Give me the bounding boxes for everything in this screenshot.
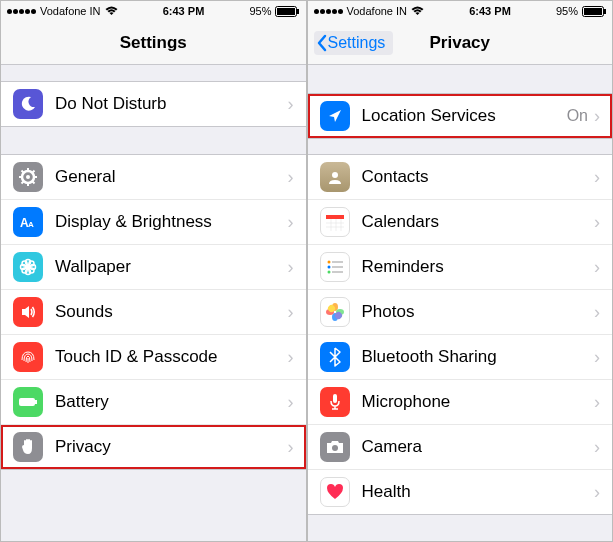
speaker-icon [13,297,43,327]
row-bluetooth[interactable]: Bluetooth Sharing › [308,334,613,380]
row-battery[interactable]: Battery › [1,379,306,425]
svg-rect-27 [584,8,602,15]
status-bar: Vodafone IN 6:43 PM 95% [308,1,613,21]
microphone-icon [320,387,350,417]
status-bar: Vodafone IN 6:43 PM 95% [1,1,306,21]
chevron-icon: › [288,392,294,413]
photos-icon [320,297,350,327]
svg-point-41 [327,271,330,274]
chevron-icon: › [594,212,600,233]
back-button[interactable]: Settings [314,31,394,55]
row-label: Bluetooth Sharing [362,347,595,367]
row-display-brightness[interactable]: AA Display & Brightness › [1,199,306,245]
svg-point-21 [29,268,34,273]
svg-point-39 [327,266,330,269]
svg-point-37 [327,261,330,264]
time-label: 6:43 PM [163,5,205,17]
chevron-left-icon [316,34,328,52]
svg-point-4 [26,175,30,179]
row-calendars[interactable]: Calendars › [308,199,613,245]
svg-rect-24 [19,398,35,406]
time-label: 6:43 PM [469,5,511,17]
signal-dots-icon [314,9,343,14]
chevron-icon: › [288,437,294,458]
battery-menu-icon [13,387,43,417]
row-label: General [55,167,288,187]
svg-point-22 [22,268,27,273]
row-general[interactable]: General › [1,154,306,200]
chevron-icon: › [594,257,600,278]
battery-label: 95% [249,5,271,17]
row-label: Do Not Disturb [55,94,288,114]
hand-icon [13,432,43,462]
row-privacy[interactable]: Privacy › [1,424,306,470]
screen-settings: Vodafone IN 6:43 PM 95% Settings Do Not … [0,0,307,542]
fingerprint-icon [13,342,43,372]
row-health[interactable]: Health › [308,469,613,515]
row-label: Privacy [55,437,288,457]
wifi-icon [411,6,424,16]
nav-title: Settings [120,33,187,53]
row-label: Camera [362,437,595,457]
row-label: Touch ID & Passcode [55,347,288,367]
row-label: Display & Brightness [55,212,288,232]
contacts-icon [320,162,350,192]
row-label: Location Services [362,106,567,126]
svg-rect-42 [332,271,343,273]
chevron-icon: › [594,167,600,188]
chevron-icon: › [288,167,294,188]
row-label: Battery [55,392,288,412]
row-label: Contacts [362,167,595,187]
chevron-icon: › [594,302,600,323]
row-reminders[interactable]: Reminders › [308,244,613,290]
svg-rect-25 [35,400,37,404]
chevron-icon: › [594,437,600,458]
row-camera[interactable]: Camera › [308,424,613,470]
health-heart-icon [320,477,350,507]
screen-privacy: Vodafone IN 6:43 PM 95% Settings Privacy… [307,0,614,542]
row-label: Calendars [362,212,595,232]
row-wallpaper[interactable]: Wallpaper › [1,244,306,290]
svg-rect-49 [333,394,337,403]
svg-rect-28 [604,9,606,14]
chevron-icon: › [288,257,294,278]
chevron-icon: › [288,302,294,323]
gear-icon [13,162,43,192]
battery-icon [275,6,299,17]
battery-label: 95% [556,5,578,17]
svg-point-20 [22,261,27,266]
row-label: Photos [362,302,595,322]
bluetooth-icon [320,342,350,372]
text-size-icon: AA [13,207,43,237]
row-label: Sounds [55,302,288,322]
svg-line-9 [22,171,24,173]
signal-dots-icon [7,9,36,14]
svg-text:A: A [28,220,34,229]
chevron-icon: › [594,106,600,127]
svg-rect-38 [332,261,343,263]
nav-bar: Settings [1,21,306,65]
nav-bar: Settings Privacy [308,21,613,65]
chevron-icon: › [288,94,294,115]
back-label: Settings [328,34,386,52]
svg-line-12 [32,171,34,173]
row-label: Health [362,482,595,502]
chevron-icon: › [288,347,294,368]
row-touchid[interactable]: Touch ID & Passcode › [1,334,306,380]
svg-point-23 [29,261,34,266]
svg-rect-31 [326,219,344,231]
row-location-services[interactable]: Location Services On › [308,93,613,139]
row-microphone[interactable]: Microphone › [308,379,613,425]
svg-line-10 [32,181,34,183]
row-sounds[interactable]: Sounds › [1,289,306,335]
carrier-label: Vodafone IN [347,5,408,17]
row-contacts[interactable]: Contacts › [308,154,613,200]
svg-rect-30 [326,215,344,219]
flower-icon [13,252,43,282]
svg-point-29 [332,172,338,178]
chevron-icon: › [594,392,600,413]
row-do-not-disturb[interactable]: Do Not Disturb › [1,81,306,127]
row-photos[interactable]: Photos › [308,289,613,335]
row-label: Microphone [362,392,595,412]
wifi-icon [105,6,118,16]
